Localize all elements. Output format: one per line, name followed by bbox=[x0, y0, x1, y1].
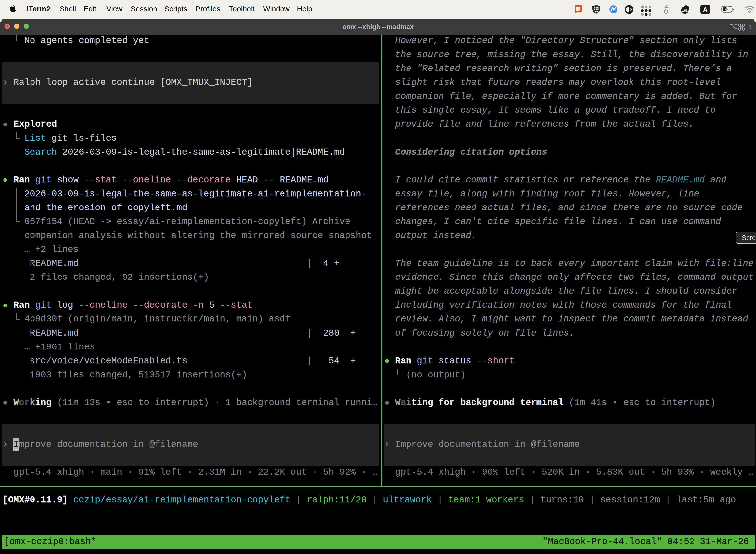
svg-text:..61: ..61 bbox=[682, 9, 688, 12]
